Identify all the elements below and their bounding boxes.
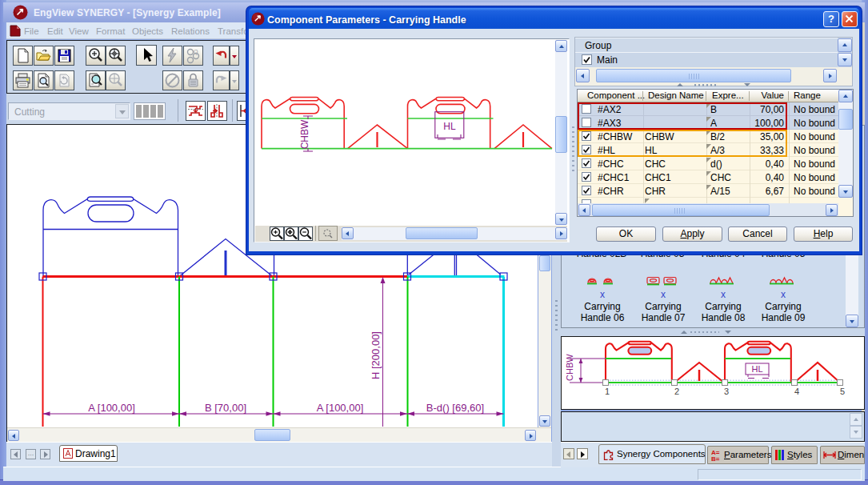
svg-text:CHBW: CHBW: [299, 119, 310, 149]
svg-text:B-d() [69,60]: B-d() [69,60]: [426, 402, 484, 414]
svg-text:HL: HL: [751, 364, 762, 374]
svg-text:3: 3: [724, 387, 729, 396]
svg-text:A [100,00]: A [100,00]: [88, 402, 135, 414]
svg-text:Q: Q: [194, 49, 198, 55]
svg-text:B=: B=: [711, 455, 720, 462]
svg-text:4: 4: [794, 387, 799, 396]
svg-text:HL: HL: [443, 121, 456, 132]
svg-text:1: 1: [605, 387, 610, 396]
svg-text:A [100,00]: A [100,00]: [317, 402, 364, 414]
svg-text:2: 2: [674, 387, 679, 396]
svg-text:B [70,00]: B [70,00]: [205, 402, 246, 414]
svg-text:CHBW: CHBW: [565, 354, 574, 381]
svg-text:5: 5: [840, 387, 845, 396]
svg-text:H [200,00]: H [200,00]: [370, 331, 382, 379]
